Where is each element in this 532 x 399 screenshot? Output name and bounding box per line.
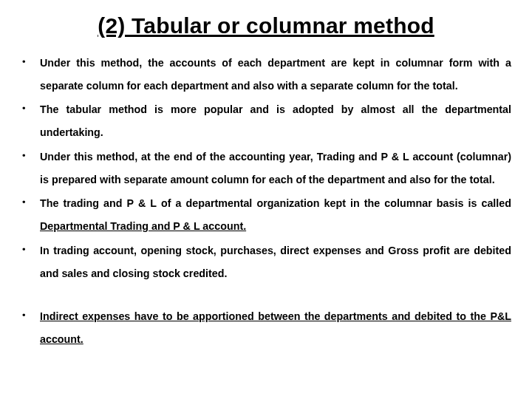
bullet-text-underline: Indirect expenses have to be apportioned… xyxy=(40,310,511,345)
bullet-item: In trading account, opening stock, purch… xyxy=(21,239,511,284)
slide-title: (2) Tabular or columnar method xyxy=(21,13,511,38)
bullet-text-underline: Departmental Trading and P & L account. xyxy=(40,220,246,232)
bullet-text: Under this method, the accounts of each … xyxy=(40,57,511,92)
bullet-text-strong: opening stock, purchases, direct expense… xyxy=(140,245,361,256)
bullet-item: The trading and P & L of a departmental … xyxy=(21,192,511,237)
bullet-item: Indirect expenses have to be apportioned… xyxy=(21,305,511,350)
bullet-item: Under this method, at the end of the acc… xyxy=(21,146,511,191)
bullet-item: Under this method, the accounts of each … xyxy=(21,52,511,97)
slide: (2) Tabular or columnar method Under thi… xyxy=(0,0,532,399)
bullet-item: The tabular method is more popular and i… xyxy=(21,98,511,143)
bullet-text: The trading and P & L of a departmental … xyxy=(40,197,511,209)
bullet-text: Under this method, at the end of the acc… xyxy=(40,151,317,163)
bullet-text: The tabular method is more popular and i… xyxy=(40,103,511,138)
bullet-text: prepared with separate amount column for… xyxy=(49,174,495,185)
bullet-list: Under this method, the accounts of each … xyxy=(21,52,511,351)
bullet-text: In trading account, xyxy=(40,245,140,256)
